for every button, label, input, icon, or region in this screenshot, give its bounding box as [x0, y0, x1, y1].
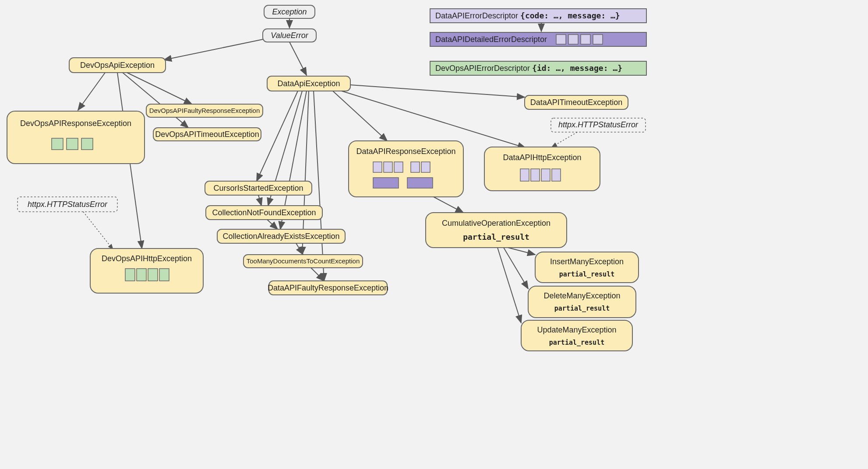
node-dataresp: DataAPIResponseException	[356, 147, 455, 156]
svg-text:DevOpsAPIErrorDescriptor {id: : DevOpsAPIErrorDescriptor {id: …, message…	[435, 63, 622, 73]
svg-rect-49	[411, 162, 420, 172]
node-devopsfaulty: DevOpsAPIFaultyResponseException	[149, 107, 260, 114]
svg-line-61	[267, 220, 278, 229]
legend-dataerr-detail: {code: …, message: …}	[520, 11, 620, 20]
svg-rect-47	[384, 162, 392, 172]
svg-rect-6	[593, 35, 603, 44]
node-updatemany: UpdateManyException	[537, 326, 616, 334]
node-collnf: CollectionNotFoundException	[212, 208, 316, 217]
node-cumop-partial: partial_result	[463, 232, 529, 242]
legend-dataerr-label: DataAPIErrorDescriptor	[435, 11, 518, 20]
svg-rect-30	[137, 269, 146, 281]
svg-rect-31	[148, 269, 158, 281]
svg-line-44	[552, 132, 577, 147]
svg-line-16	[78, 73, 105, 110]
node-devopstimeout: DevOpsAPITimeoutException	[155, 130, 259, 139]
svg-rect-5	[581, 35, 590, 44]
legend-devopserr-label: DevOpsAPIErrorDescriptor	[435, 64, 530, 73]
legend-devopserr-detail: {id: …, message: …}	[532, 63, 622, 73]
svg-line-14	[289, 42, 307, 75]
svg-rect-46	[373, 162, 382, 172]
node-cumop: CumulativeOperationException	[442, 219, 550, 228]
svg-rect-68	[426, 213, 567, 248]
svg-rect-54	[520, 169, 529, 181]
node-deletemany: DeleteManyException	[543, 291, 620, 300]
node-devopsresp: DevOpsAPIResponseException	[20, 119, 131, 128]
node-collae: CollectionAlreadyExistsException	[222, 232, 339, 241]
node-devopshttp: DevOpsAPIHttpException	[102, 254, 192, 263]
svg-line-34	[350, 85, 525, 97]
svg-line-59	[258, 195, 261, 206]
svg-rect-29	[125, 269, 135, 281]
svg-line-35	[333, 91, 387, 141]
svg-rect-56	[541, 169, 550, 181]
svg-rect-3	[556, 35, 566, 44]
svg-line-36	[342, 91, 526, 148]
legend: DataAPIErrorDescriptor {code: …, message…	[430, 9, 646, 75]
node-valueerror: ValueError	[271, 31, 308, 40]
node-cursor: CursorIsStartedException	[213, 184, 303, 192]
node-datatimeout: DataAPITimeoutException	[530, 98, 622, 107]
legend-datadet-label: DataAPIDetailedErrorDescriptor	[435, 35, 547, 44]
svg-rect-4	[568, 35, 578, 44]
node-datahttp: DataAPIHttpException	[503, 153, 581, 162]
svg-rect-55	[531, 169, 540, 181]
svg-line-69	[508, 248, 535, 255]
svg-rect-23	[81, 138, 93, 150]
svg-rect-21	[52, 138, 63, 150]
svg-rect-50	[421, 162, 430, 172]
svg-rect-73	[528, 286, 636, 318]
svg-line-71	[498, 248, 521, 323]
svg-rect-57	[552, 169, 561, 181]
exception-hierarchy-diagram: DataAPIErrorDescriptor {code: …, message…	[0, 0, 651, 352]
node-datafaulty: DataAPIFaultyResponseException	[268, 284, 388, 292]
svg-line-41	[314, 91, 324, 281]
node-toomany: TooManyDocumentsToCountException	[247, 257, 360, 265]
svg-rect-51	[373, 178, 399, 188]
svg-rect-22	[67, 138, 78, 150]
node-insertmany: InsertManyException	[550, 257, 624, 266]
svg-line-13	[164, 39, 263, 60]
svg-rect-32	[159, 269, 169, 281]
node-httpx-1: httpx.HTTPStatusError	[28, 200, 108, 209]
svg-line-17	[127, 73, 192, 104]
svg-line-70	[504, 248, 528, 289]
node-exception: Exception	[272, 7, 307, 16]
svg-rect-48	[394, 162, 403, 172]
svg-line-65	[311, 268, 324, 281]
node-devopsapi: DevOpsApiException	[80, 61, 155, 70]
node-dataapi: DataApiException	[277, 79, 340, 88]
svg-line-67	[434, 197, 463, 213]
node-updatemany-partial: partial_result	[549, 339, 604, 346]
svg-text:DataAPIErrorDescriptor {code: : DataAPIErrorDescriptor {code: …, message…	[435, 11, 620, 20]
node-httpx-2: httpx.HTTPStatusError	[558, 120, 639, 129]
node-deletemany-partial: partial_result	[554, 304, 610, 312]
node-insertmany-partial: partial_result	[559, 270, 614, 278]
svg-rect-52	[407, 178, 433, 188]
svg-line-27	[83, 212, 113, 249]
